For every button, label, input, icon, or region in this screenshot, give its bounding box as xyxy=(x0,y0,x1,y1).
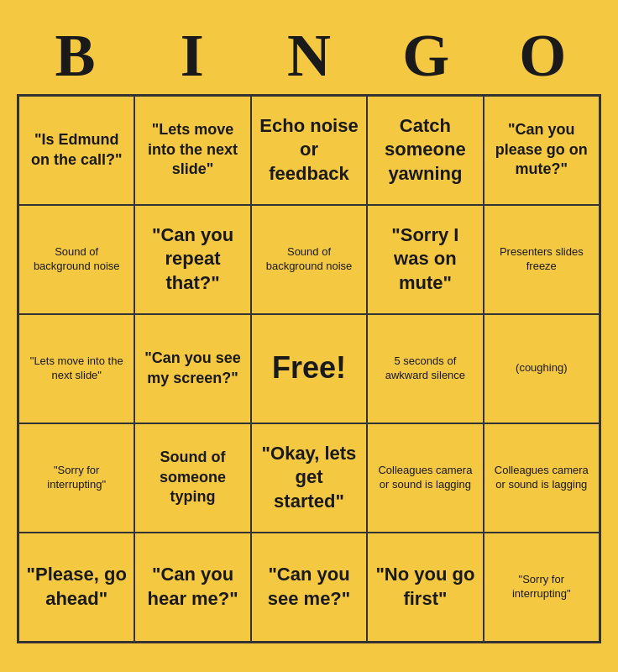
bingo-letter: O xyxy=(488,21,597,91)
bingo-cell: "Sorry I was on mute" xyxy=(367,205,483,314)
bingo-cell: "Sorry for interrupting" xyxy=(484,533,600,642)
bingo-cell: Sound of background noise xyxy=(251,205,367,314)
bingo-letter: I xyxy=(138,21,247,91)
bingo-cell: "Is Edmund on the call?" xyxy=(18,96,134,205)
bingo-cell: Colleagues camera or sound is lagging xyxy=(367,423,483,533)
bingo-grid: "Is Edmund on the call?""Lets move into … xyxy=(17,94,601,643)
bingo-cell: "Can you see me?" xyxy=(251,533,367,642)
bingo-cell: "Please, go ahead" xyxy=(18,533,134,642)
bingo-cell: Sound of someone typing xyxy=(134,423,250,533)
bingo-card: BINGO "Is Edmund on the call?""Lets move… xyxy=(0,13,618,660)
bingo-cell: "Lets move into the next slide" xyxy=(18,314,134,423)
bingo-cell: "No you go first" xyxy=(367,533,483,642)
bingo-cell: Colleagues camera or sound is lagging xyxy=(484,423,600,533)
bingo-cell: Presenters slides freeze xyxy=(484,205,600,314)
bingo-cell: (coughing) xyxy=(484,314,600,423)
bingo-cell: "Can you hear me?" xyxy=(134,533,250,642)
bingo-cell: Free! xyxy=(251,314,367,423)
bingo-cell: Catch someone yawning xyxy=(367,96,483,205)
bingo-cell: "Can you please go on mute?" xyxy=(484,96,600,205)
bingo-letter: B xyxy=(21,21,130,91)
bingo-letter: G xyxy=(371,21,480,91)
bingo-letter: N xyxy=(254,21,364,91)
bingo-cell: Echo noise or feedback xyxy=(251,96,367,205)
bingo-cell: "Lets move into the next slide" xyxy=(134,96,250,205)
bingo-cell: "Okay, lets get started" xyxy=(251,423,367,533)
bingo-header: BINGO xyxy=(17,21,601,91)
bingo-cell: "Sorry for interrupting" xyxy=(18,423,134,533)
bingo-cell: "Can you repeat that?" xyxy=(134,205,250,314)
bingo-cell: 5 seconds of awkward silence xyxy=(367,314,483,423)
bingo-cell: Sound of background noise xyxy=(18,205,134,314)
bingo-cell: "Can you see my screen?" xyxy=(134,314,250,423)
